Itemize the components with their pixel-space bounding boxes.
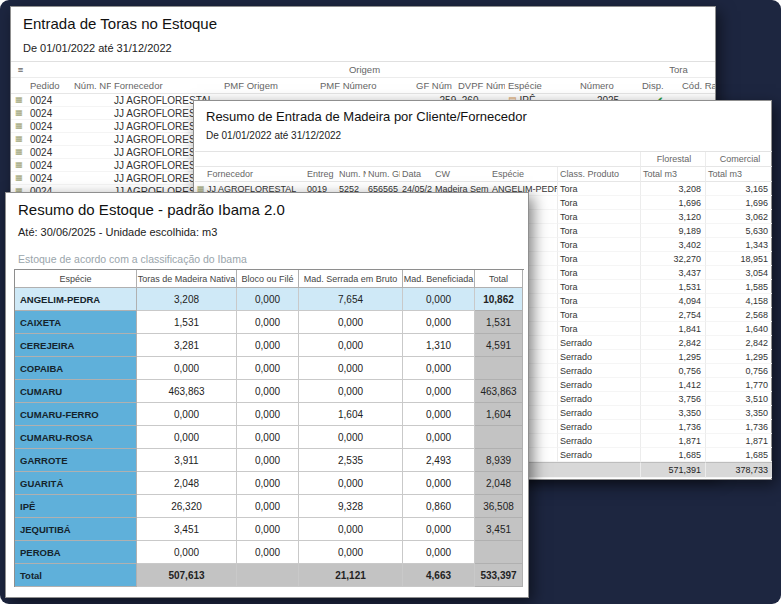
cell-comercial-total[interactable]: 5,630	[705, 224, 772, 238]
column-header-pmf-n-mero[interactable]: PMF Número	[317, 78, 413, 94]
cell-class-produto[interactable]: Tora	[557, 322, 640, 336]
cell-florestal-total[interactable]: 4,094	[640, 294, 705, 308]
cell-num-nf[interactable]	[71, 107, 111, 120]
cell-class-produto[interactable]: Serrado	[557, 392, 640, 406]
species-cell-cerejeira[interactable]: CEREJEIRA	[15, 334, 137, 357]
value-cell-mad-serrada-em-bruto[interactable]: 0,000	[299, 311, 403, 334]
column-header-dvpf-n-m[interactable]: DVPF Núm	[455, 78, 505, 94]
cell-comercial-total[interactable]: 3,165	[705, 182, 772, 196]
cell-num-nf[interactable]	[71, 120, 111, 133]
cell-pedido[interactable]: 0024	[27, 146, 71, 159]
cell-florestal-total[interactable]: 1,531	[640, 280, 705, 294]
value-cell-bloco-ou-fil[interactable]: 0,000	[237, 495, 299, 518]
value-cell-toras-de-madeira-nativa[interactable]: 26,320	[137, 495, 237, 518]
species-cell-jequitib[interactable]: JEQUITIBÁ	[15, 518, 137, 541]
total-cell[interactable]: 2,048	[475, 472, 523, 495]
cell-class-produto[interactable]: Tora	[557, 210, 640, 224]
column-header-c-d-ra[interactable]: Cód. Ra	[679, 78, 715, 94]
cell-class-produto[interactable]: Serrado	[557, 448, 640, 462]
value-cell-mad-beneficiada[interactable]: 0,000	[403, 541, 475, 564]
total-row-label[interactable]: Total	[15, 564, 137, 587]
cell-florestal-total[interactable]: 1,871	[640, 434, 705, 448]
cell-class-produto[interactable]: Tora	[557, 252, 640, 266]
cell-pedido[interactable]: 0024	[27, 159, 71, 172]
value-cell-mad-serrada-em-bruto[interactable]: 0,000	[299, 334, 403, 357]
row-indicator-icon[interactable]: ▦	[11, 172, 27, 185]
column-header-cw[interactable]: CW	[433, 167, 490, 182]
column-header-fornecedor[interactable]: Fornecedor	[111, 78, 221, 94]
row-indicator-icon[interactable]: ▦	[11, 146, 27, 159]
cell-class-produto[interactable]: Tora	[557, 294, 640, 308]
grid-menu-icon[interactable]: ≡	[11, 62, 27, 78]
total-cell[interactable]: 10,862	[475, 288, 523, 311]
cell-class-produto[interactable]: Serrado	[557, 434, 640, 448]
cell-florestal-total[interactable]: 3,120	[640, 210, 705, 224]
cell-comercial-total[interactable]: 3,062	[705, 210, 772, 224]
value-cell-toras-de-madeira-nativa[interactable]: 3,451	[137, 518, 237, 541]
cell-class-produto[interactable]: Tora	[557, 182, 640, 196]
row-indicator-icon[interactable]: ▦	[11, 107, 27, 120]
species-cell-peroba[interactable]: PEROBA	[15, 541, 137, 564]
cell-florestal-total[interactable]: 1,696	[640, 196, 705, 210]
column-header-total-m3-florestal[interactable]: Total m3	[640, 167, 705, 182]
column-header-gf-n-m[interactable]: GF Núm	[413, 78, 455, 94]
cell-florestal-total[interactable]: 32,270	[640, 252, 705, 266]
total-cell[interactable]: 463,863	[475, 380, 523, 403]
value-cell-toras-de-madeira-nativa[interactable]: 1,531	[137, 311, 237, 334]
column-header-total-m3-comercial[interactable]: Total m3	[705, 167, 772, 182]
value-cell-toras-de-madeira-nativa[interactable]: 0,000	[137, 426, 237, 449]
value-cell-mad-beneficiada[interactable]: 0,000	[403, 311, 475, 334]
cell-num-nf[interactable]	[71, 172, 111, 185]
species-cell-cumaru-rosa[interactable]: CUMARU-ROSA	[15, 426, 137, 449]
species-cell-angelim-pedra[interactable]: ANGELIM-PEDRA	[15, 288, 137, 311]
value-cell-bloco-ou-fil[interactable]: 0,000	[237, 380, 299, 403]
cell-class-produto[interactable]: Serrado	[557, 336, 640, 350]
cell-florestal-total[interactable]: 1,736	[640, 420, 705, 434]
total-cell[interactable]: 8,939	[475, 449, 523, 472]
value-cell-bloco-ou-fil[interactable]: 0,000	[237, 288, 299, 311]
value-cell-bloco-ou-fil[interactable]: 0,000	[237, 426, 299, 449]
column-header-data[interactable]: Data	[400, 167, 433, 182]
cell-class-produto[interactable]: Serrado	[557, 364, 640, 378]
cell-comercial-total[interactable]: 0,756	[705, 364, 772, 378]
value-cell-mad-beneficiada[interactable]: 0,000	[403, 518, 475, 541]
cell-num-nf[interactable]	[71, 146, 111, 159]
total-cell[interactable]	[475, 357, 523, 380]
value-cell-bloco-ou-fil[interactable]: 0,000	[237, 449, 299, 472]
total-cell[interactable]: 36,508	[475, 495, 523, 518]
total-cell[interactable]: 4,591	[475, 334, 523, 357]
value-cell-bloco-ou-fil[interactable]: 0,000	[237, 472, 299, 495]
cell-pedido[interactable]: 0024	[27, 172, 71, 185]
species-cell-ip[interactable]: IPÊ	[15, 495, 137, 518]
value-cell-mad-beneficiada[interactable]: 0,000	[403, 357, 475, 380]
column-header-n-mero[interactable]: Número	[577, 78, 639, 94]
column-header-n-m-nf[interactable]: Núm. NF	[71, 78, 111, 94]
value-cell-toras-de-madeira-nativa[interactable]: 0,000	[137, 541, 237, 564]
value-cell-mad-serrada-em-bruto[interactable]: 0,000	[299, 426, 403, 449]
cell-class-produto[interactable]: Serrado	[557, 406, 640, 420]
total-cell[interactable]: 1,604	[475, 403, 523, 426]
cell-florestal-total[interactable]: 2,754	[640, 308, 705, 322]
cell-florestal-total[interactable]: 3,350	[640, 406, 705, 420]
cell-num-nf[interactable]	[71, 159, 111, 172]
species-cell-cumaru[interactable]: CUMARU	[15, 380, 137, 403]
value-cell-mad-beneficiada[interactable]: 0,000	[403, 380, 475, 403]
cell-comercial-total[interactable]: 1,871	[705, 434, 772, 448]
cell-florestal-total[interactable]: 3,208	[640, 182, 705, 196]
cell-florestal-total[interactable]: 1,412	[640, 378, 705, 392]
species-cell-garrote[interactable]: GARROTE	[15, 449, 137, 472]
species-cell-caixeta[interactable]: CAIXETA	[15, 311, 137, 334]
column-header-pedido[interactable]: Pedido	[27, 78, 71, 94]
value-cell-bloco-ou-fil[interactable]: 0,000	[237, 311, 299, 334]
value-cell-mad-beneficiada[interactable]: 0,000	[403, 288, 475, 311]
value-cell-mad-serrada-em-bruto[interactable]: 7,654	[299, 288, 403, 311]
total-row-grand-total[interactable]: 533,397	[475, 564, 523, 587]
value-cell-mad-serrada-em-bruto[interactable]: 0,000	[299, 357, 403, 380]
value-cell-toras-de-madeira-nativa[interactable]: 463,863	[137, 380, 237, 403]
cell-comercial-total[interactable]: 1,770	[705, 378, 772, 392]
column-header-entreg[interactable]: Entreg	[305, 167, 337, 182]
value-cell-mad-serrada-em-bruto[interactable]: 2,535	[299, 449, 403, 472]
cell-pedido[interactable]: 0024	[27, 120, 71, 133]
row-indicator-icon[interactable]: ▦	[11, 120, 27, 133]
cell-comercial-total[interactable]: 1,685	[705, 448, 772, 462]
